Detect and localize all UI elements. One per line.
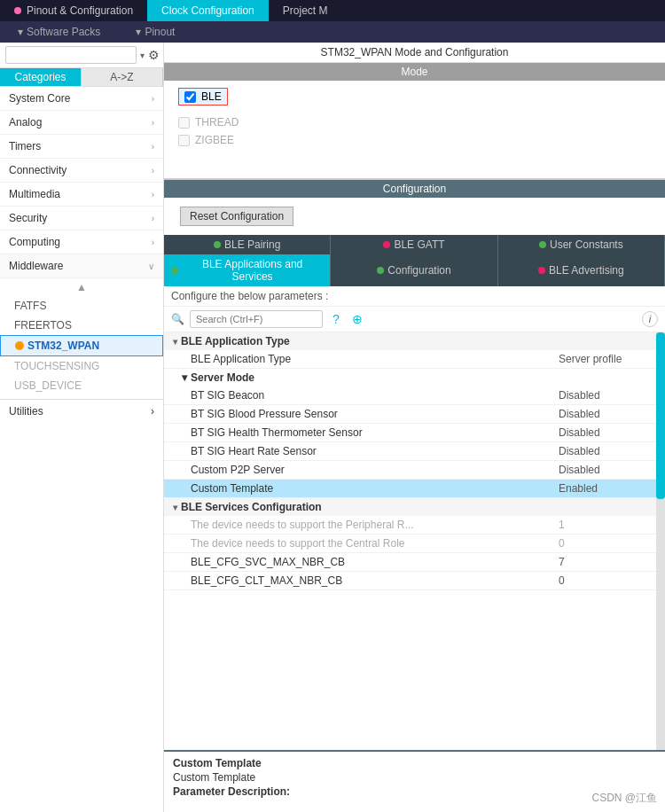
freertos-label: FREERTOS <box>14 319 72 332</box>
nav-clock[interactable]: Clock Configuration <box>147 0 269 21</box>
mode-zigbee[interactable]: ZIGBEE <box>178 134 651 146</box>
search-help-icon[interactable]: ? <box>328 311 344 327</box>
config-tabs-row1: BLE Pairing BLE GATT User Constants <box>164 235 665 254</box>
svc-max-nbr-name: BLE_CFG_SVC_MAX_NBR_CB <box>191 556 559 568</box>
param-search-input[interactable] <box>190 310 323 328</box>
custom-p2p-value: Disabled <box>559 464 647 476</box>
utilities-label: Utilities <box>9 405 43 418</box>
param-custom-template[interactable]: Custom Template Enabled <box>164 480 656 498</box>
param-bt-sig-heart[interactable]: BT SIG Heart Rate Sensor Disabled <box>164 442 656 461</box>
mode-section: Mode BLE THREAD ZIGBEE <box>164 63 665 180</box>
security-label: Security <box>9 212 47 224</box>
watermark-text: CSDN @江鱼 <box>591 792 657 804</box>
group-ble-services[interactable]: ▾ BLE Services Configuration <box>164 498 656 516</box>
computing-label: Computing <box>9 236 60 248</box>
multimedia-label: Multimedia <box>9 188 60 200</box>
user-constants-label: User Constants <box>550 238 623 251</box>
tab-az-label: A->Z <box>110 71 133 83</box>
chevron-right-icon: › <box>152 214 154 223</box>
nav-clock-label: Clock Configuration <box>161 4 254 17</box>
gear-icon[interactable]: ⚙ <box>148 47 160 63</box>
sidebar-item-security[interactable]: Security › <box>0 207 163 230</box>
sidebar-item-analog[interactable]: Analog › <box>0 111 163 135</box>
middleware-touchsensing[interactable]: TOUCHSENSING <box>0 356 163 376</box>
tab-ble-gatt[interactable]: BLE GATT <box>331 235 497 254</box>
bt-sig-beacon-value: Disabled <box>559 389 647 402</box>
param-ble-app-type[interactable]: BLE Application Type Server profile <box>164 350 656 369</box>
param-svc-max-nbr[interactable]: BLE_CFG_SVC_MAX_NBR_CB 7 <box>164 553 656 572</box>
dropdown-arrow-icon[interactable]: ▾ <box>140 51 145 60</box>
sidebar-item-middleware[interactable]: Middleware ∨ <box>0 254 163 278</box>
param-bt-sig-health[interactable]: BT SIG Health Thermometer Sensor Disable… <box>164 424 656 442</box>
search-input[interactable] <box>5 46 137 64</box>
param-ble-app-type-name: BLE Application Type <box>191 353 559 365</box>
middleware-stm32wpan[interactable]: STM32_WPAN <box>0 335 163 356</box>
bottom-title: Custom Template <box>173 757 656 769</box>
mode-thread[interactable]: THREAD <box>178 116 651 129</box>
sidebar-item-utilities[interactable]: Utilities › <box>0 399 163 423</box>
thread-checkbox[interactable] <box>178 117 190 129</box>
param-bt-sig-blood[interactable]: BT SIG Blood Pressure Sensor Disabled <box>164 405 656 424</box>
pinout-dot <box>14 7 21 14</box>
tab-categories[interactable]: Categories <box>0 68 82 86</box>
nav-project[interactable]: Project M <box>269 0 342 21</box>
param-clt-max-nbr[interactable]: BLE_CFG_CLT_MAX_NBR_CB 0 <box>164 572 656 590</box>
ble-checkbox[interactable] <box>184 91 196 103</box>
mode-ble[interactable]: BLE <box>178 88 228 105</box>
tab-ble-pairing[interactable]: BLE Pairing <box>164 235 331 254</box>
sidebar-item-computing[interactable]: Computing › <box>0 230 163 254</box>
ble-advertising-label: BLE Advertising <box>549 264 624 277</box>
pinout-secondary-label: Pinout <box>145 26 175 38</box>
middleware-freertos[interactable]: FREERTOS <box>0 316 163 335</box>
scrollbar-thumb <box>656 332 665 499</box>
middleware-collapse-toggle[interactable]: ▲ <box>0 278 163 296</box>
tab-ble-advertising[interactable]: BLE Advertising <box>498 254 665 286</box>
reset-btn-label: Reset Configuration <box>190 210 284 223</box>
config-search-row: Configure the below parameters : <box>164 286 665 307</box>
sidebar-items-list: System Core › Analog › Timers › Connecti… <box>0 87 163 812</box>
server-mode-toggle-icon: ▾ <box>182 371 187 384</box>
search-filter-icon[interactable]: ⊕ <box>349 311 365 327</box>
tab-user-constants[interactable]: User Constants <box>498 235 665 254</box>
ble-gatt-dot <box>383 241 390 248</box>
zigbee-label: ZIGBEE <box>195 134 234 146</box>
connectivity-label: Connectivity <box>9 164 66 176</box>
ble-pairing-dot <box>214 241 221 248</box>
nav-software-packs[interactable]: ▾ Software Packs <box>0 26 118 38</box>
secondary-nav: ▾ Software Packs ▾ Pinout <box>0 21 665 43</box>
middleware-fatfs[interactable]: FATFS <box>0 296 163 316</box>
sidebar-item-multimedia[interactable]: Multimedia › <box>0 183 163 207</box>
bt-sig-health-value: Disabled <box>559 426 647 439</box>
sidebar-item-system-core[interactable]: System Core › <box>0 87 163 111</box>
param-peripheral[interactable]: The device needs to support the Peripher… <box>164 516 656 535</box>
group-server-mode[interactable]: ▾ Server Mode <box>164 369 656 386</box>
reset-configuration-button[interactable]: Reset Configuration <box>180 207 293 226</box>
nav-pinout[interactable]: Pinout & Configuration <box>0 0 147 21</box>
chevron-right-icon: › <box>152 190 154 199</box>
clt-max-nbr-value: 0 <box>559 574 647 587</box>
sidebar-item-timers[interactable]: Timers › <box>0 135 163 159</box>
middleware-label: Middleware <box>9 260 63 272</box>
arrow-icon: ▾ <box>18 26 23 38</box>
zigbee-checkbox[interactable] <box>178 135 190 146</box>
tab-ble-apps[interactable]: BLE Applications and Services <box>164 254 331 286</box>
sidebar-item-connectivity[interactable]: Connectivity › <box>0 159 163 183</box>
arrow-icon-2: ▾ <box>136 26 141 38</box>
info-icon[interactable]: i <box>642 311 658 327</box>
vertical-scrollbar[interactable] <box>656 332 665 750</box>
group-ble-app-type[interactable]: ▾ BLE Application Type <box>164 332 656 350</box>
param-bt-sig-beacon[interactable]: BT SIG Beacon Disabled <box>164 386 656 405</box>
chevron-right-icon: › <box>152 118 154 128</box>
tab-configuration[interactable]: Configuration <box>331 254 497 286</box>
content-title-text: STM32_WPAN Mode and Configuration <box>321 46 509 59</box>
nav-pinout-secondary[interactable]: ▾ Pinout <box>118 26 192 38</box>
ble-gatt-label: BLE GATT <box>394 238 444 251</box>
bt-sig-heart-value: Disabled <box>559 445 647 457</box>
param-custom-p2p[interactable]: Custom P2P Server Disabled <box>164 461 656 480</box>
chevron-down-icon: ∨ <box>148 262 154 271</box>
middleware-usb-device[interactable]: USB_DEVICE <box>0 376 163 395</box>
tab-az[interactable]: A->Z <box>82 68 163 86</box>
config-header: Configuration <box>164 180 665 198</box>
custom-p2p-name: Custom P2P Server <box>191 464 559 476</box>
param-central[interactable]: The device needs to support the Central … <box>164 535 656 553</box>
